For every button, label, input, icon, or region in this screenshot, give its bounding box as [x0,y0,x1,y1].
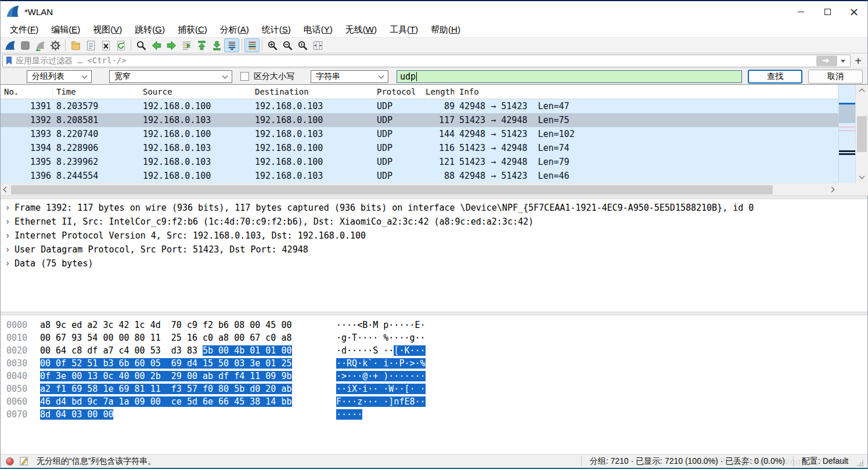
column-header-info[interactable]: Info [455,85,838,99]
menu-go[interactable]: 跳转(G) [129,23,170,37]
capture-comment-icon[interactable] [19,456,29,466]
expand-chevron-icon[interactable]: › [1,243,15,257]
detail-line[interactable]: ›Frame 1392: 117 bytes on wire (936 bits… [1,201,867,215]
profile-selector[interactable]: 配置: Default [793,456,856,467]
column-header-src[interactable]: Source [143,85,255,99]
scroll-down-icon[interactable] [859,174,865,179]
hex-row[interactable]: 0050a2 f1 69 58 1e 69 81 11 f3 57 f0 80 … [1,383,867,395]
go-top-icon[interactable] [194,38,209,52]
close-button[interactable]: × [841,1,867,22]
hex-row[interactable]: 003000 0f 52 51 b3 6b 60 05 69 d4 15 50 … [1,357,867,370]
packet-list-pane: No.TimeSourceDestinationProtocolLengthIn… [1,85,867,196]
maximize-button[interactable] [814,1,841,22]
hex-row[interactable]: 0000a8 9c ed a2 3c 42 1c 4d 70 c9 f2 b6 … [1,319,867,331]
column-header-time[interactable]: Time [53,85,143,99]
filter-dropdown-caret-icon[interactable] [841,60,845,65]
search-type-select[interactable]: 字符串 [311,70,388,83]
add-filter-button[interactable]: + [851,54,866,68]
hex-row[interactable]: 002000 64 c8 df a7 c4 00 53 d3 83 5b 00 … [1,344,867,357]
capture-options-icon[interactable] [48,38,63,52]
detail-line[interactable]: ›Ethernet II, Src: IntelCor_c9:f2:b6 (1c… [1,215,867,229]
apply-filter-button[interactable] [816,56,837,66]
packet-row[interactable]: 13928.208581192.168.0.103192.168.0.100UD… [1,113,838,127]
scroll-up-icon[interactable] [859,89,865,95]
detail-line[interactable]: ›User Datagram Protocol, Src Port: 51423… [1,243,867,257]
menu-wireless[interactable]: 无线(W) [340,23,382,37]
search-scope-select[interactable]: 分组列表 [27,70,92,83]
filter-bar: 应用显示过滤器 … <Ctrl-/> + [1,53,867,68]
menu-capture[interactable]: 捕获(C) [172,23,213,37]
case-sensitive-checkbox[interactable] [240,72,249,81]
minimize-button[interactable] [787,1,814,22]
hex-ascii: ····· [336,408,362,421]
menu-analyze[interactable]: 分析(A) [215,23,254,37]
detail-line[interactable]: ›Data (75 bytes) [1,257,867,270]
auto-scroll-icon[interactable] [224,38,239,52]
hex-row[interactable]: 001000 67 93 54 00 00 80 11 25 16 c0 a8 … [1,331,867,344]
zoom-100-icon[interactable] [295,38,310,52]
scroll-left-icon[interactable] [3,187,9,193]
find-packet-icon[interactable] [134,38,149,52]
menu-help[interactable]: 帮助(H) [426,23,466,37]
go-bottom-icon[interactable] [209,38,224,52]
menu-tools[interactable]: 工具(T) [384,23,423,37]
cell-dst: 192.168.0.103 [255,169,377,183]
packet-row[interactable]: 13918.203579192.168.0.100192.168.0.103UD… [1,99,838,113]
zoom-out-icon[interactable] [280,38,295,52]
column-header-dst[interactable]: Destination [255,85,377,99]
colorize-icon[interactable] [244,38,260,52]
stop-capture-icon[interactable] [17,38,33,52]
menu-file[interactable]: 文件(F) [5,23,44,37]
scroll-right-icon[interactable] [829,187,835,193]
expand-chevron-icon[interactable]: › [1,201,15,215]
hex-row[interactable]: 00708d 04 03 00 00····· [1,408,867,421]
cell-len: 117 [426,113,455,127]
hex-offset: 0010 [6,331,32,344]
menu-edit[interactable]: 编辑(E) [46,23,85,37]
filter-bookmark-icon[interactable] [5,56,13,66]
menu-statistics[interactable]: 统计(S) [257,23,296,37]
hex-row[interactable]: 006046 d4 bd 9c 7a 1a 09 00 ce 5d 6e 66 … [1,395,867,408]
open-file-icon[interactable] [68,38,83,52]
zoom-in-icon[interactable] [265,38,280,52]
cancel-button[interactable]: 取消 [808,70,863,84]
packet-row[interactable]: 13938.220740192.168.0.100192.168.0.103UD… [1,127,838,141]
cell-proto: UDP [377,141,426,155]
packet-row[interactable]: 13968.244554192.168.0.100192.168.0.103UD… [1,169,838,183]
menu-view[interactable]: 视图(V) [88,23,127,37]
expand-chevron-icon[interactable]: › [1,229,15,243]
close-file-icon[interactable] [98,38,113,52]
horizontal-scrollbar[interactable] [1,183,838,196]
start-capture-icon[interactable] [2,38,17,52]
menu-telephony[interactable]: 电话(Y) [298,23,338,37]
expand-chevron-icon[interactable]: › [1,257,15,270]
search-input[interactable]: udp [397,70,742,83]
horizontal-scrollbar-thumb[interactable] [11,185,773,194]
expand-chevron-icon[interactable]: › [1,215,15,229]
intelligent-scrollbar-minimap[interactable] [838,85,855,183]
vertical-scrollbar[interactable] [855,85,868,183]
reload-file-icon[interactable] [113,38,128,52]
go-to-packet-icon[interactable] [179,38,194,52]
column-header-no[interactable]: No. [1,85,53,99]
save-file-icon[interactable] [83,38,98,52]
packet-row[interactable]: 13958.239962192.168.0.103192.168.0.100UD… [1,155,838,169]
toolbar-separator [131,39,131,51]
go-forward-icon[interactable] [164,38,179,52]
display-filter-input[interactable]: 应用显示过滤器 … <Ctrl-/> [2,55,851,67]
column-header-len[interactable]: Length [426,85,455,99]
hex-row[interactable]: 00400f 3e 00 13 0c 40 00 2b 29 00 ab df … [1,370,867,383]
restart-capture-icon[interactable] [33,38,48,52]
hex-bytes: 46 d4 bd 9c 7a 1a 09 00 ce 5d 6e 66 45 3… [40,396,292,407]
resize-columns-icon[interactable] [310,38,325,52]
search-charset-select[interactable]: 宽窄 [109,70,232,83]
packet-row[interactable]: 13948.228906192.168.0.103192.168.0.100UD… [1,141,838,155]
find-button[interactable]: 查找 [748,70,802,84]
vertical-scrollbar-thumb[interactable] [857,116,867,152]
resize-grip[interactable] [856,459,864,467]
cell-dst: 192.168.0.100 [255,113,377,127]
detail-line[interactable]: ›Internet Protocol Version 4, Src: 192.1… [1,229,867,243]
go-back-icon[interactable] [149,38,164,52]
expert-info-icon[interactable] [6,457,14,466]
column-header-proto[interactable]: Protocol [377,85,426,99]
